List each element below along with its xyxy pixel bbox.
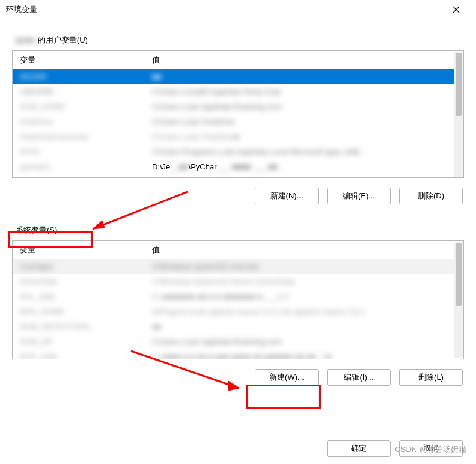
table-row[interactable]: OneDriveConsumer C\Users Lzan OneDrive■ (13, 129, 455, 144)
table-row[interactable]: pycharm D:\Je__■■\PyChar___ ■■■■ ___ ■■ (13, 159, 455, 174)
close-icon[interactable] (442, 1, 470, 19)
table-row[interactable]: MAV_HOME D\Projects tools apache maven 3… (13, 304, 455, 319)
dialog-title: 环境变量 (6, 4, 37, 15)
sys-header-value: 值 (152, 245, 463, 255)
table-row[interactable]: NVM_HP C\Users Lzan AppData Roaming nvm (13, 334, 455, 349)
table-row[interactable]: NVL_SWL C\ ■■■■■■■ ■■ ■ ■ ■■■■■■■ ■ ___0… (13, 289, 455, 304)
table-row[interactable]: NVP_LINK C\ ■■■■ ■ ■ ■■ ■ ■■■ ■■■■ ■■ ■■… (13, 349, 455, 359)
table-row[interactable]: ComSpec C\Windows system32 cmd.exe (13, 259, 455, 274)
user-edit-button[interactable]: 编辑(E)... (327, 188, 391, 204)
table-row[interactable]: OneDrive C\Users Lzan OneDrive (13, 114, 455, 129)
user-del-button[interactable]: 删除(D) (399, 188, 463, 204)
sys-header-variable: 变量 (13, 245, 152, 255)
ok-button[interactable]: 确定 (327, 440, 391, 457)
table-row[interactable]: DriverData C\Windows System32 Drivers Dr… (13, 274, 455, 289)
user-header-variable: 变量 (13, 55, 152, 66)
table-row[interactable]: NUM_DETECTORS ■■ (13, 319, 455, 334)
table-row[interactable]: LOCATID C\Users LocalID AppData Temp iCd… (13, 84, 455, 99)
system-vars-title: 系统变量(S) (16, 225, 464, 236)
cancel-button[interactable]: 取消 (399, 440, 463, 457)
sys-edit-button[interactable]: 编辑(I)... (327, 369, 391, 386)
user-new-button[interactable]: 新建(N)... (255, 188, 319, 204)
user-header-value: 值 (152, 55, 463, 66)
scrollbar[interactable] (454, 242, 463, 358)
user-vars-list[interactable]: 变量 值 INCDIR ■■ LOCATID C\Users LocalID A… (12, 50, 464, 178)
table-row[interactable]: NVM_HOME C\Users Lzan AppData Roaming nv… (13, 99, 455, 114)
sys-new-button[interactable]: 新建(W)... (255, 369, 319, 386)
system-vars-list[interactable]: 变量 值 ComSpec C\Windows system32 cmd.exe … (12, 240, 464, 359)
sys-del-button[interactable]: 删除(L) (399, 369, 463, 386)
table-row[interactable]: PATH C\Users Programs Lzan AppData Local… (13, 144, 455, 159)
user-vars-title: lyzian 的用户变量(U) (16, 35, 464, 46)
table-row[interactable]: INCDIR ■■ (13, 69, 455, 84)
scrollbar[interactable] (454, 52, 463, 177)
